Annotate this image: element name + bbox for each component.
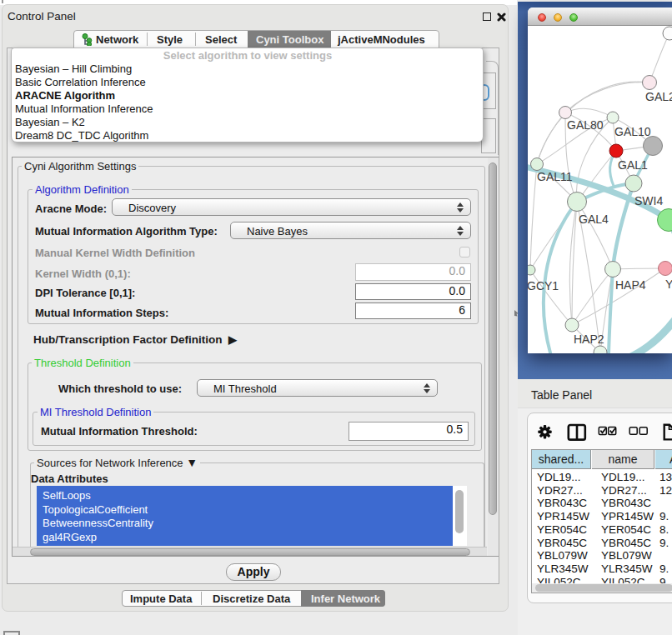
svg-text:SWI4: SWI4 xyxy=(634,194,663,208)
svg-text:GAL4: GAL4 xyxy=(579,212,609,226)
svg-text:GAL2: GAL2 xyxy=(645,90,672,103)
svg-text:GAL11: GAL11 xyxy=(537,170,573,183)
svg-text:GAL1: GAL1 xyxy=(618,158,648,172)
svg-text:GAL80: GAL80 xyxy=(567,118,604,132)
svg-text:HAP4: HAP4 xyxy=(615,278,646,292)
svg-text:HAP2: HAP2 xyxy=(574,332,604,346)
svg-text:GCY1: GCY1 xyxy=(528,279,559,292)
svg-text:Y: Y xyxy=(665,278,672,291)
svg-text:GAL10: GAL10 xyxy=(614,125,651,138)
